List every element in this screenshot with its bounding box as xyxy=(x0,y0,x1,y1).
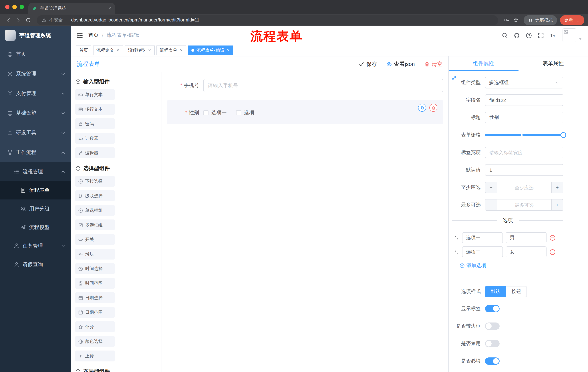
chip-slider[interactable]: 滑块 xyxy=(75,249,115,260)
checkbox-option-1[interactable]: 选项一 xyxy=(203,110,227,116)
browser-menu-icon[interactable] xyxy=(576,18,580,22)
sidebar-item-process-model[interactable]: 流程模型 xyxy=(0,218,71,237)
chip-rate[interactable]: 评分 xyxy=(75,321,115,332)
chip-input[interactable]: 单行文本 xyxy=(75,89,115,100)
default-value-input[interactable] xyxy=(485,164,563,176)
chip-color[interactable]: 颜色选择 xyxy=(75,336,115,347)
option-name-input[interactable] xyxy=(462,246,503,257)
tag-home[interactable]: 首页 xyxy=(76,45,91,55)
sidebar-item-user-group[interactable]: 用户分组 xyxy=(0,200,71,218)
sidebar-item-home[interactable]: 首页 xyxy=(0,44,71,64)
add-option-button[interactable]: 添加选项 xyxy=(460,262,563,269)
address-bar[interactable]: 不安全 dashboard.yudao.iocoder.cn/bpm/manag… xyxy=(37,15,498,25)
drag-handle-icon[interactable] xyxy=(454,249,459,255)
reload-button[interactable] xyxy=(23,15,33,25)
user-menu[interactable] xyxy=(563,28,582,42)
tag-close-icon[interactable] xyxy=(226,48,230,52)
window-zoom-button[interactable] xyxy=(20,5,24,9)
sidebar-collapse-button[interactable] xyxy=(77,32,83,38)
sidebar-item-payment-management[interactable]: 支付管理 xyxy=(0,84,71,103)
remove-option-icon[interactable] xyxy=(549,234,556,241)
chip-time[interactable]: 时间选择 xyxy=(75,263,115,274)
form-field-phone[interactable]: 手机号 xyxy=(167,79,443,92)
user-caret-down-icon[interactable] xyxy=(578,37,582,42)
tag-close-icon[interactable] xyxy=(148,48,151,52)
search-icon[interactable] xyxy=(502,32,508,38)
toggle-switch[interactable] xyxy=(485,305,500,312)
bookmark-icon[interactable] xyxy=(511,15,521,25)
label-width-input[interactable] xyxy=(485,147,563,158)
sidebar-item-task-management[interactable]: 任务管理 xyxy=(0,237,71,255)
password-manager-icon[interactable] xyxy=(502,15,511,25)
browser-update-button[interactable]: 更新 xyxy=(560,15,584,25)
style-button-button[interactable]: 按钮 xyxy=(506,286,527,297)
font-size-icon[interactable]: TT xyxy=(550,32,556,38)
sidebar-item-system-management[interactable]: 系统管理 xyxy=(0,64,71,84)
tag-process-form-edit[interactable]: 流程表单-编辑 xyxy=(188,45,233,55)
new-tab-button[interactable] xyxy=(118,3,128,13)
phone-input[interactable] xyxy=(203,79,443,92)
stepper-decrease-button[interactable]: − xyxy=(485,200,497,210)
tab-component-props[interactable]: 组件属性 xyxy=(449,56,518,71)
title-input[interactable] xyxy=(485,112,563,123)
window-minimize-button[interactable] xyxy=(12,5,17,9)
sidebar-item-infrastructure[interactable]: 基础设施 xyxy=(0,103,71,123)
chip-upload[interactable]: 上传 xyxy=(75,351,115,361)
slider-handle[interactable] xyxy=(560,132,566,138)
checkbox-option-2[interactable]: 选项二 xyxy=(236,110,259,116)
remove-option-icon[interactable] xyxy=(549,249,556,255)
clear-button[interactable]: 清空 xyxy=(424,61,442,67)
option-value-input[interactable] xyxy=(506,246,546,257)
chip-checkbox[interactable]: 多选框组 xyxy=(75,220,115,230)
chip-radio[interactable]: 单选框组 xyxy=(75,205,115,216)
min-select-input[interactable] xyxy=(497,182,551,193)
stepper-increase-button[interactable]: + xyxy=(551,200,563,210)
chip-date-range[interactable]: 日期范围 xyxy=(75,307,115,318)
forward-button[interactable] xyxy=(13,15,23,25)
github-icon[interactable] xyxy=(514,32,520,38)
chip-time-range[interactable]: 时间范围 xyxy=(75,278,115,289)
window-close-button[interactable] xyxy=(5,5,10,9)
chip-textarea[interactable]: 多行文本 xyxy=(75,104,115,115)
tag-close-icon[interactable] xyxy=(179,48,183,52)
sidebar-item-workflow[interactable]: 工作流程 xyxy=(0,143,71,162)
fullscreen-icon[interactable] xyxy=(538,32,544,38)
component-type-select[interactable]: 多选框组 xyxy=(485,77,563,88)
stepper-increase-button[interactable]: + xyxy=(551,182,563,193)
chip-counter[interactable]: 123计数器 xyxy=(75,133,115,144)
chip-switch[interactable]: 开关 xyxy=(75,234,115,245)
tab-close-icon[interactable] xyxy=(108,6,112,11)
copy-field-button[interactable] xyxy=(418,104,426,112)
breadcrumb-home[interactable]: 首页 xyxy=(88,32,99,39)
view-json-button[interactable]: 查看json xyxy=(387,61,415,67)
chip-select[interactable]: 下拉选择 xyxy=(75,176,115,187)
chip-date[interactable]: 日期选择 xyxy=(75,292,115,303)
stepper-decrease-button[interactable]: − xyxy=(485,182,497,193)
chip-password[interactable]: 密码 xyxy=(75,118,115,129)
tag-process-model[interactable]: 流程模型 xyxy=(125,45,155,55)
style-default-button[interactable]: 默认 xyxy=(485,286,506,297)
selected-form-field-gender[interactable]: 性别 选项一 选项二 xyxy=(167,100,443,124)
toggle-switch[interactable] xyxy=(485,322,500,330)
option-value-input[interactable] xyxy=(506,232,546,243)
back-button[interactable] xyxy=(4,15,13,25)
tag-process-definition[interactable]: 流程定义 xyxy=(93,45,123,55)
save-button[interactable]: 保存 xyxy=(359,61,377,67)
max-select-input[interactable] xyxy=(497,200,551,210)
sidebar-item-process-form[interactable]: 流程表单 xyxy=(0,181,71,200)
tag-close-icon[interactable] xyxy=(116,48,120,52)
link-icon[interactable] xyxy=(451,75,457,81)
question-icon[interactable] xyxy=(526,32,532,38)
chip-editor[interactable]: 编辑器 xyxy=(75,148,115,158)
avatar[interactable] xyxy=(563,28,576,42)
option-name-input[interactable] xyxy=(462,232,503,243)
drag-handle-icon[interactable] xyxy=(454,235,459,240)
browser-tab[interactable]: 芋道管理系统 xyxy=(28,3,115,14)
sidebar-item-dev-tools[interactable]: 研发工具 xyxy=(0,123,71,143)
tag-process-form[interactable]: 流程表单 xyxy=(157,45,186,55)
sidebar-item-leave-query[interactable]: 请假查询 xyxy=(0,255,71,274)
tab-form-props[interactable]: 表单属性 xyxy=(518,56,588,71)
field-name-input[interactable] xyxy=(485,94,563,106)
toggle-switch[interactable] xyxy=(485,340,500,347)
toggle-switch[interactable] xyxy=(485,357,500,365)
